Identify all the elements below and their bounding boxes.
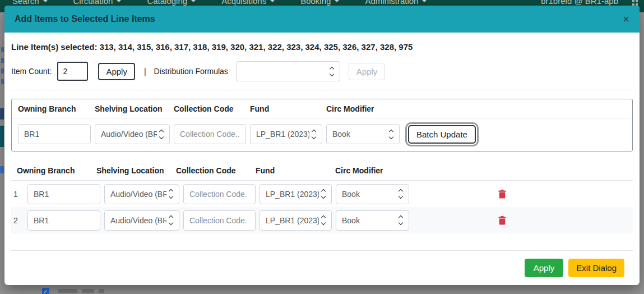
select-spinner-icon xyxy=(158,130,165,139)
select-spinner-icon xyxy=(328,67,335,76)
select-spinner-icon xyxy=(168,216,174,224)
distribution-formulas-label: Distribution Formulas xyxy=(154,67,228,76)
close-icon[interactable]: × xyxy=(623,13,629,25)
row2-fund-select[interactable]: LP_BR1 (2023) (B xyxy=(260,210,332,231)
dialog-title: Add Items to Selected Line Items xyxy=(15,14,155,24)
column-shelving-location: Shelving Location xyxy=(96,166,174,175)
column-owning-branch: Owning Branch xyxy=(18,104,91,113)
row-number: 2 xyxy=(13,216,20,225)
batch-header-row: Owning Branch Shelving Location Collecti… xyxy=(12,99,632,118)
select-spinner-icon xyxy=(311,130,317,139)
caret-down-icon xyxy=(270,0,275,2)
row2-circ-modifier-select[interactable]: Book xyxy=(336,210,409,231)
column-owning-branch: Owning Branch xyxy=(17,166,94,175)
nav-administration[interactable]: Administration xyxy=(365,0,427,6)
caret-down-icon xyxy=(43,0,48,2)
row1-fund-select[interactable]: LP_BR1 (2023) (B xyxy=(260,184,332,204)
exit-dialog-button[interactable]: Exit Dialog xyxy=(568,259,624,277)
batch-update-section: Owning Branch Shelving Location Collecti… xyxy=(11,99,633,151)
distribution-formulas-apply-button: Apply xyxy=(349,63,386,80)
row1-shelving-location-select[interactable]: Audio/Video (BR xyxy=(104,184,179,204)
select-spinner-icon xyxy=(168,190,174,198)
item-count-input[interactable] xyxy=(57,62,88,81)
caret-down-icon xyxy=(422,0,427,2)
item-row-1: 1 Audio/Video (BR LP_BR1 (2023) (B Book xyxy=(11,181,633,207)
nav-acquisitions[interactable]: Acquisitions xyxy=(221,0,275,6)
caret-down-icon xyxy=(191,0,196,2)
column-collection-code: Collection Code xyxy=(176,166,253,175)
column-fund: Fund xyxy=(250,104,322,113)
nav-circulation[interactable]: Circulation xyxy=(73,0,122,6)
row2-owning-branch-input[interactable] xyxy=(27,210,100,231)
batch-shelving-location-select[interactable]: Audio/Video (BR xyxy=(95,124,170,144)
nav-booking[interactable]: Booking xyxy=(300,0,339,6)
row-number: 1 xyxy=(13,190,20,199)
row2-delete-button[interactable] xyxy=(498,216,506,225)
selected-line-items-label: Line Item(s) selected: 313, 314, 315, 31… xyxy=(11,42,633,52)
items-header-row: Owning Branch Shelving Location Collecti… xyxy=(11,166,633,181)
batch-update-button[interactable]: Batch Update xyxy=(408,125,476,144)
dialog-header: Add Items to Selected Line Items × xyxy=(4,6,640,33)
column-collection-code: Collection Code xyxy=(174,104,246,113)
batch-fields-row: Audio/Video (BR LP_BR1 (2023) (B Book Ba… xyxy=(12,118,632,151)
select-spinner-icon xyxy=(388,130,395,139)
nav-cataloging[interactable]: Cataloging xyxy=(147,0,196,6)
caret-down-icon xyxy=(335,0,339,2)
item-row-2: 2 Audio/Video (BR LP_BR1 (2023) (B Book xyxy=(11,207,633,233)
column-fund: Fund xyxy=(256,166,333,175)
apply-button[interactable]: Apply xyxy=(525,259,564,277)
batch-collection-code-input[interactable] xyxy=(174,124,246,144)
row2-collection-code-input[interactable] xyxy=(183,210,256,231)
caret-down-icon xyxy=(117,0,121,2)
batch-owning-branch-input[interactable] xyxy=(18,124,91,144)
divider xyxy=(11,90,633,90)
column-shelving-location: Shelving Location xyxy=(95,104,170,113)
add-items-dialog: Add Items to Selected Line Items × Line … xyxy=(4,6,640,285)
dialog-footer: Apply Exit Dialog xyxy=(11,250,633,285)
batch-circ-modifier-select[interactable]: Book xyxy=(326,124,400,144)
item-count-apply-button[interactable]: Apply xyxy=(98,63,135,80)
dialog-body: Line Item(s) selected: 313, 314, 315, 31… xyxy=(4,33,640,285)
select-spinner-icon xyxy=(320,190,327,198)
controls-row: Item Count: Apply | Distribution Formula… xyxy=(11,61,633,81)
user-workstation-label[interactable]: br1breid @ BR1-apb xyxy=(541,0,618,6)
trash-icon xyxy=(498,216,506,225)
row1-delete-button[interactable] xyxy=(498,190,506,199)
batch-fund-select[interactable]: LP_BR1 (2023) (B xyxy=(250,124,322,144)
separator: | xyxy=(144,67,146,76)
select-spinner-icon xyxy=(320,216,327,224)
select-spinner-icon xyxy=(397,216,404,224)
item-count-label: Item Count: xyxy=(11,67,52,76)
row2-shelving-location-select[interactable]: Audio/Video (BR xyxy=(104,210,179,231)
row1-collection-code-input[interactable] xyxy=(183,184,256,204)
distribution-formulas-select[interactable] xyxy=(236,61,340,81)
select-spinner-icon xyxy=(397,190,404,198)
column-circ-modifier: Circ Modifier xyxy=(326,104,400,113)
trash-icon xyxy=(498,190,506,199)
nav-search[interactable]: Search xyxy=(12,0,48,6)
row1-owning-branch-input[interactable] xyxy=(27,184,100,204)
row1-circ-modifier-select[interactable]: Book xyxy=(336,184,409,204)
column-circ-modifier: Circ Modifier xyxy=(335,166,413,175)
